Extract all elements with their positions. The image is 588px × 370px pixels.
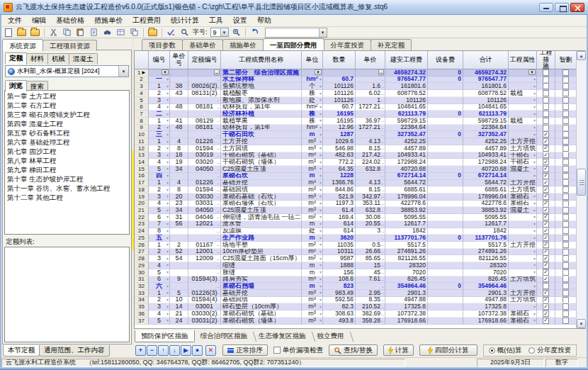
grid-cell-col6[interactable]: 101126 <box>323 90 356 97</box>
grid-cell-col8[interactable]: 176918.66 <box>385 318 428 325</box>
grid-cell-col10[interactable]: 6885.61 <box>463 186 509 194</box>
grid-cell-col7[interactable]: 8.15– <box>356 145 385 152</box>
column-header-2[interactable]: 单价 号 <box>170 51 188 69</box>
grid-cell-col1[interactable]: 6▾ <box>149 214 170 221</box>
grid-cell-col3[interactable]: 03001– <box>188 303 221 310</box>
grid-cell-col1[interactable]: 2▾ <box>149 249 170 256</box>
grid-cell-col0[interactable]: 28 <box>135 255 149 262</box>
measure-checkbox[interactable] <box>543 90 549 96</box>
grid-cell-col6[interactable]: 60.7 <box>323 77 356 84</box>
grid-cell-col12[interactable]: ✓ <box>537 297 555 304</box>
grid-cell-col7[interactable]: 2.95– <box>356 290 385 297</box>
grid-cell-col9[interactable]: 0 <box>428 69 463 77</box>
grid-cell-col13[interactable] <box>555 249 577 256</box>
grid-cell-col5[interactable]: 株▾ <box>302 111 323 118</box>
measure-checkbox[interactable]: ✓ <box>543 186 549 193</box>
grid-cell-col7[interactable]: 36.97– <box>356 118 385 125</box>
grid-cell-col0[interactable]: 33 <box>135 290 149 297</box>
database-folder-button[interactable] <box>147 27 159 38</box>
grid-cell-col10[interactable]: 4659274.32 <box>463 69 509 77</box>
cell-ellipsis-icon[interactable]: – <box>381 242 384 247</box>
cell-ellipsis-icon[interactable]: – <box>381 270 384 275</box>
tab-混凝土[interactable]: 混凝土 <box>69 53 98 65</box>
grid-cell-col12[interactable] <box>537 83 555 90</box>
grid-cell-col3[interactable]: – <box>188 235 221 242</box>
grid-cell-col13[interactable] <box>555 186 577 194</box>
sheet-tab-生态修复区措施[interactable]: 生态修复区措施 <box>253 330 312 342</box>
cell-ellipsis-icon[interactable]: – <box>381 152 384 157</box>
cell-ellipsis-icon[interactable]: – <box>217 91 220 96</box>
delete-checkbox[interactable] <box>562 228 569 235</box>
grid-cell-col13[interactable] <box>555 104 577 111</box>
grid-cell-col12[interactable]: ✓ <box>537 180 555 187</box>
column-header-7[interactable]: 单价 <box>356 51 385 69</box>
grid-cell-col9[interactable] <box>428 297 463 304</box>
grid-cell-col6[interactable]: 16195 <box>323 118 356 125</box>
cell-dropdown-icon[interactable]: ▾ <box>166 215 169 219</box>
cell-dropdown-icon[interactable]: ▾ <box>166 201 169 206</box>
cell-ellipsis-icon[interactable]: – <box>381 311 384 316</box>
cell-ellipsis-icon[interactable]: – <box>381 139 384 144</box>
grid-cell-col11[interactable]: ▾ <box>509 173 537 180</box>
grid-cell-col10[interactable]: 976547.77 <box>463 77 509 84</box>
grid-cell-col7[interactable]: 20.55– <box>356 221 385 228</box>
grid-cell-col3[interactable]: 08181– <box>188 125 221 132</box>
grid-cell-col5[interactable]: m²▾ <box>302 249 323 256</box>
measure-checkbox[interactable] <box>543 69 549 76</box>
cell-dropdown-icon[interactable]: ▾ <box>533 112 536 116</box>
measure-checkbox[interactable]: ✓ <box>543 290 549 296</box>
grid-cell-col6[interactable] <box>323 69 356 77</box>
cell-ellipsis-icon[interactable]: – <box>217 84 220 89</box>
cell-dropdown-icon[interactable]: ▾ <box>533 105 536 109</box>
measure-checkbox[interactable]: ✓ <box>543 276 549 283</box>
grid-cell-col5[interactable]: m³▾ <box>302 194 323 201</box>
grid-cell-col9[interactable]: 0 <box>428 111 463 118</box>
grid-cell-col7[interactable]: 632.8– <box>356 166 385 173</box>
checkbox-icon[interactable] <box>273 347 281 354</box>
grid-cell-col2[interactable]: 48 <box>170 125 188 132</box>
grid-cell-col3[interactable]: – <box>188 97 221 104</box>
grid-cell-col5[interactable]: m▾ <box>302 283 323 290</box>
cell-dropdown-icon[interactable]: ▾ <box>320 305 322 309</box>
measure-checkbox[interactable] <box>543 125 549 131</box>
cell-dropdown-icon[interactable]: ▾ <box>533 125 536 130</box>
grid-cell-col6[interactable]: 614 <box>323 228 356 235</box>
grid-cell-col8[interactable]: 274891.26 <box>385 249 428 256</box>
measure-checkbox[interactable]: ✓ <box>543 235 549 241</box>
sheet-tab-独立费用[interactable]: 独立费用 <box>312 330 350 342</box>
cell-dropdown-icon[interactable]: ▾ <box>320 284 322 288</box>
cell-dropdown-icon[interactable]: ▾ <box>166 194 169 198</box>
cell-dropdown-icon[interactable]: ▾ <box>320 140 322 144</box>
grid-cell-col2[interactable]: 23 <box>170 201 188 208</box>
delete-checkbox[interactable] <box>562 145 569 152</box>
grid-cell-col5[interactable]: m³▾ <box>302 180 323 187</box>
grid-cell-col4[interactable]: 经济林补植 <box>221 111 302 118</box>
grid-cell-col13[interactable] <box>555 221 577 228</box>
cell-dropdown-icon[interactable]: ▾ <box>320 167 322 171</box>
grid-cell-col8[interactable]: 7020 <box>385 269 428 276</box>
cell-ellipsis-icon[interactable]: – <box>378 69 384 76</box>
grid-cell-col7[interactable]: 6.02– <box>356 90 385 97</box>
cell-dropdown-icon[interactable]: ▾ <box>533 229 536 233</box>
grid-cell-col4[interactable]: 胀缝 <box>221 269 302 276</box>
delete-checkbox[interactable] <box>562 255 569 262</box>
grid-cell-col12[interactable]: ✓ <box>537 262 555 269</box>
edit-document-button[interactable] <box>88 27 100 38</box>
grid-cell-col1[interactable]: 3▾ <box>149 303 170 310</box>
cell-ellipsis-icon[interactable]: – <box>381 304 384 309</box>
delete-checkbox[interactable] <box>562 262 569 269</box>
grid-cell-col8[interactable]: 28320 <box>385 262 428 269</box>
grid-cell-col4[interactable]: 基础开挖 <box>221 290 302 297</box>
grid-cell-col7[interactable]: 4.13– <box>356 138 385 145</box>
grid-cell-col0[interactable]: 21 <box>135 207 149 214</box>
grid-cell-col3[interactable]: 04050– <box>188 207 221 214</box>
grid-cell-col2[interactable] <box>170 97 188 104</box>
grid-cell-col13[interactable] <box>555 138 577 145</box>
cell-ellipsis-icon[interactable]: – <box>381 228 384 233</box>
grid-cell-col11[interactable]: ▾ <box>509 111 537 118</box>
grid-cell-col2[interactable]: 52 <box>170 249 188 256</box>
grid-cell-col6[interactable]: 11035 <box>323 242 356 249</box>
measure-checkbox[interactable] <box>543 77 549 83</box>
grid-cell-col6[interactable]: 61.4 <box>323 207 356 214</box>
grid-cell-col4[interactable]: 鱼鳞坑整地 <box>221 83 302 90</box>
